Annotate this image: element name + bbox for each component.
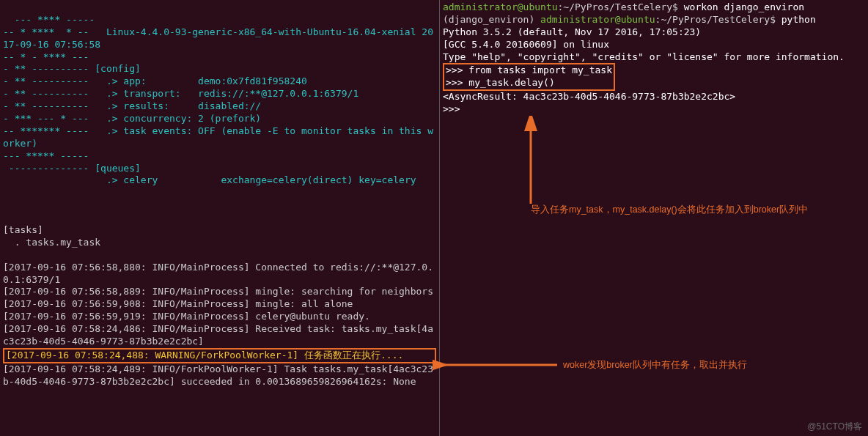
celery-banner: --- **** ----- -- * **** * -- Linux-4.4.… (3, 14, 433, 186)
cmd-workon: workon django_environ (684, 1, 804, 12)
async-result: <AsyncResult: 4ac3c23b-40d5-4046-9773-87… (443, 91, 735, 102)
prompt-user: administrator@ubuntu (540, 14, 655, 25)
py-prompt: >>> (446, 77, 468, 88)
annotation-import: 导入任务my_task，my_task.delay()会将此任务加入到broke… (531, 204, 808, 215)
highlight-repl-box: >>> from tasks import my_task >>> my_tas… (443, 63, 615, 91)
annotation-worker: woker发现broker队列中有任务，取出并执行 (563, 359, 747, 371)
log-line: [2017-09-16 07:56:59,908: INFO/MainProce… (3, 298, 353, 309)
log-line-succeeded: [2017-09-16 07:58:24,489: INFO/ForkPoolW… (3, 363, 433, 387)
tasks-list: . tasks.my_task (3, 237, 100, 248)
cmd-python: python (781, 14, 816, 25)
venv-prefix: (django_environ) (443, 14, 540, 25)
python-version: Python 3.5.2 (default, Nov 17 2016, 17:0… (443, 26, 845, 62)
log-line-received: [2017-09-16 07:58:24,486: INFO/MainProce… (3, 323, 433, 347)
arrow-up-icon (516, 116, 545, 211)
log-line: [2017-09-16 07:56:58,880: INFO/MainProce… (3, 262, 433, 285)
celery-worker-terminal[interactable]: --- **** ----- -- * **** * -- Linux-4.4.… (0, 0, 439, 436)
py-prompt: >>> (443, 103, 460, 114)
prompt-user: administrator@ubuntu (443, 1, 558, 12)
watermark: @51CTO博客 (807, 421, 862, 433)
tasks-header: [tasks] (3, 224, 43, 235)
prompt-path: :~/PyPros/TestCelery$ (655, 14, 781, 25)
prompt-path: :~/PyPros/TestCelery$ (558, 1, 684, 12)
py-delay-line: my_task.delay() (468, 77, 554, 88)
log-warning: [2017-09-16 07:58:24,488: WARNING/ForkPo… (6, 350, 403, 361)
py-import-line: from tasks import my_task (468, 64, 612, 75)
log-line: [2017-09-16 07:56:58,889: INFO/MainProce… (3, 286, 433, 297)
python-repl-terminal[interactable]: administrator@ubuntu:~/PyPros/TestCelery… (439, 0, 868, 436)
py-prompt: >>> (446, 64, 468, 75)
highlight-warning-box: [2017-09-16 07:58:24,488: WARNING/ForkPo… (3, 348, 436, 363)
log-line: [2017-09-16 07:56:59,919: INFO/MainProce… (3, 311, 370, 322)
